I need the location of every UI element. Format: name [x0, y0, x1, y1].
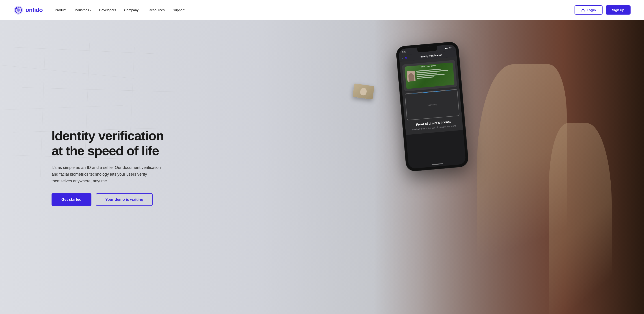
nav-resources[interactable]: Resources: [146, 6, 168, 14]
id-card: [404, 62, 455, 89]
hero-cta-group: Get started Your demo is waiting: [52, 193, 164, 206]
hero-headline: Identity verification at the speed of li…: [52, 128, 164, 158]
phone-signal: ●●● WiFi: [445, 47, 452, 49]
id-photo: [407, 71, 416, 82]
svg-line-8: [22, 88, 179, 92]
phone-labels: Front of driver's license Position the f…: [407, 119, 460, 131]
svg-point-3: [16, 8, 18, 9]
svg-line-6: [11, 47, 157, 54]
scan-hint: [scan area]: [428, 103, 436, 106]
small-id-face: [360, 87, 367, 96]
id-figure: [408, 73, 414, 81]
chevron-down-icon: ▾: [90, 9, 91, 12]
phone-body: [scan area] Front of driver's license Po…: [400, 57, 463, 135]
svg-line-9: [0, 105, 123, 110]
hero-section: 9:41 ●●● WiFi ‹ Identity verification: [0, 20, 644, 314]
nav-product[interactable]: Product: [52, 6, 70, 14]
nav-actions: Login Sign up: [574, 6, 630, 15]
nav-support[interactable]: Support: [170, 6, 188, 14]
id-card-area: [402, 60, 457, 91]
phone-frame: 9:41 ●●● WiFi ‹ Identity verification: [396, 41, 469, 172]
navigation: onfido Product Industries ▾ Developers C…: [0, 0, 644, 20]
signup-button[interactable]: Sign up: [606, 6, 630, 15]
phone-back-button: ‹: [402, 56, 403, 60]
chevron-down-icon-2: ▾: [140, 9, 140, 12]
phone-time: 9:41: [402, 51, 406, 53]
physical-id-card: [352, 83, 374, 100]
id-info: [416, 68, 453, 86]
demo-button[interactable]: Your demo is waiting: [96, 193, 153, 206]
hero-content: Identity verification at the speed of li…: [52, 128, 164, 206]
nav-links: Product Industries ▾ Developers Company …: [52, 6, 574, 14]
get-started-button[interactable]: Get started: [52, 193, 92, 206]
scan-frame: [scan area]: [405, 89, 460, 120]
svg-point-2: [17, 9, 20, 12]
phone-mockup: 9:41 ●●● WiFi ‹ Identity verification: [396, 41, 469, 172]
nav-industries[interactable]: Industries ▾: [71, 6, 94, 14]
logo-icon: [14, 5, 23, 15]
login-button[interactable]: Login: [574, 6, 602, 15]
user-icon: [581, 8, 585, 12]
svg-line-7: [0, 65, 134, 79]
svg-line-12: [40, 54, 45, 177]
home-indicator: [432, 163, 443, 165]
nav-company[interactable]: Company ▾: [121, 6, 144, 14]
hero-arm-right: [549, 123, 612, 314]
onfido-logo-small: [405, 57, 408, 60]
logo[interactable]: onfido: [14, 5, 42, 15]
phone-screen: 9:41 ●●● WiFi ‹ Identity verification: [398, 44, 466, 169]
logo-text: onfido: [26, 7, 42, 14]
hero-subtext: It's as simple as an ID and a selfie. Ou…: [52, 164, 164, 184]
svg-point-4: [18, 7, 19, 8]
nav-developers[interactable]: Developers: [96, 6, 119, 14]
